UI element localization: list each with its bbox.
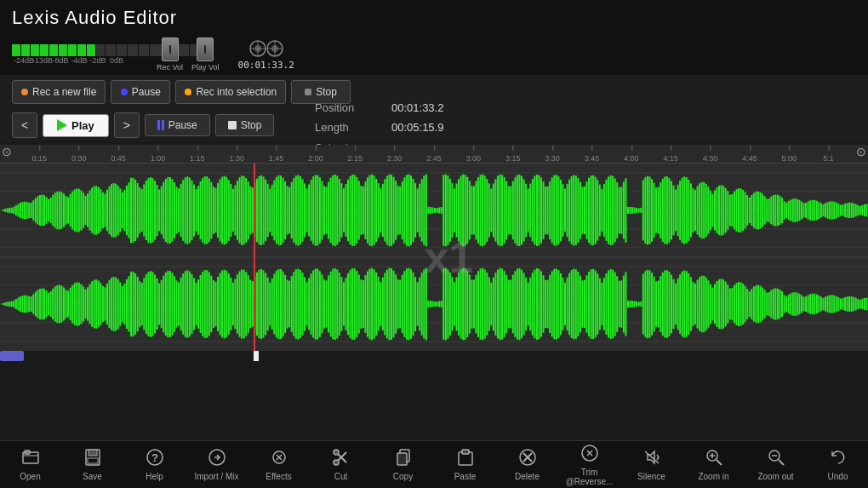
pin-left-icon: ⊙ [2,145,12,158]
paste-label: Paste [454,472,477,481]
ruler-tick-5: 1:30 [229,154,244,163]
vu-label-neg4: -4dB [70,56,89,65]
stop-transport-button[interactable]: Stop [215,114,275,136]
cut-label: Cut [334,472,348,481]
pause-rec-button[interactable]: Pause [111,80,170,104]
help-button[interactable]: ?Help [124,443,185,487]
playhead [254,164,255,351]
effects-button[interactable]: Effects [248,443,309,487]
play-vol-label: Play Vol [191,63,220,72]
reel-icon [249,39,283,58]
vu-label-0: 0dB [107,56,126,65]
timer-value: 00:01:33.2 [238,60,294,71]
zoom-out-icon [767,448,785,469]
ruler-tick-0: 0:15 [32,154,48,163]
trim-label: Trim @Reverse... [559,468,620,486]
play-vol-wrap[interactable]: Play Vol [191,37,220,72]
stop-transport-label: Stop [241,119,262,131]
rec-into-selection-label: Rec into selection [196,86,277,98]
cut-icon [332,448,351,469]
ruler-tick-20: 5:1 [823,154,834,163]
trim-icon [580,444,599,465]
pin-right-icon: ⊙ [856,145,866,158]
vu-label-neg13: -13dB [32,56,51,65]
play-button[interactable]: Play [43,114,109,137]
paste-icon [456,448,475,469]
save-icon [83,448,102,469]
import-mix-button[interactable]: Import / Mix [186,443,247,487]
timeline-container[interactable]: ⊙ ⊙ 0:150:300:451:001:151:301:452:002:15… [0,145,868,361]
ruler-tick-1: 0:30 [71,154,87,163]
copy-button[interactable]: Copy [373,443,433,487]
import-mix-label: Import / Mix [194,472,238,481]
waveform-area[interactable]: x1 [0,164,868,351]
stop-dot-icon [305,89,311,95]
volume-controls: Rec Vol Play Vol [157,37,220,72]
delete-label: Delete [515,472,540,481]
svg-rect-22 [462,450,469,454]
ruler-tick-10: 2:45 [426,154,442,163]
vu-segment-container [12,44,148,56]
cut-button[interactable]: Cut [311,443,371,487]
save-button[interactable]: Save [62,443,123,487]
prev-button[interactable]: < [12,112,37,138]
copy-label: Copy [393,472,413,481]
zoom-in-button[interactable]: Zoom in [683,443,744,487]
undo-icon [829,448,848,469]
scrollbar-track[interactable] [0,351,868,361]
pause-dot-icon [121,89,128,95]
ruler-tick-19: 5:00 [782,154,797,163]
ruler-tick-6: 1:45 [269,154,284,163]
rec-dot-icon [21,89,28,95]
next-button[interactable]: > [114,112,140,138]
play-icon [57,119,67,131]
rec-new-file-button[interactable]: Rec a new file [12,80,106,104]
paste-button[interactable]: Paste [435,443,495,487]
zoom-out-button[interactable]: Zoom out [745,443,806,487]
zoom-out-label: Zoom out [757,472,793,481]
import-icon [208,448,226,469]
open-button[interactable]: Open [0,443,60,487]
effects-icon [270,448,288,469]
ruler-tick-13: 3:30 [545,154,560,163]
scrollbar-position [254,351,259,361]
silence-button[interactable]: Silence [621,443,682,487]
ruler-tick-16: 4:15 [663,154,678,163]
trim-button[interactable]: Trim @Reverse... [559,443,620,487]
pause-transport-label: Pause [168,119,197,131]
svg-line-27 [717,460,722,465]
position-label: Position [315,98,383,118]
rec-vol-label: Rec Vol [157,63,183,72]
stop-rec-label: Stop [316,86,337,98]
ruler-tick-8: 2:15 [348,154,363,163]
ruler-tick-12: 3:15 [505,154,521,163]
vu-label-neg2: -2dB [89,56,107,65]
ruler-tick-4: 1:15 [190,154,205,163]
length-value: 00:05:15.9 [391,118,443,137]
position-value: 00:01:33.2 [391,98,443,118]
pause-transport-button[interactable]: Pause [145,114,210,136]
svg-point-18 [334,460,339,465]
vu-label-neg24: -24dB [14,56,32,65]
timer-display: 00:01:33.2 [238,39,294,71]
meters-row: -24dB -13dB -8dB -4dB -2dB 0dB Rec Vol P… [0,32,868,75]
open-icon [21,448,40,469]
app-header: Lexis Audio Editor [0,0,868,32]
ruler-tick-17: 4:30 [703,154,718,163]
ruler-tick-15: 4:00 [624,154,639,163]
scrollbar-thumb[interactable] [0,351,24,361]
rec-vol-knob[interactable] [162,37,179,61]
ruler-tick-2: 0:45 [111,154,126,163]
zoom-in-label: Zoom in [698,472,728,481]
length-row: Length 00:05:15.9 [315,118,497,137]
play-label: Play [71,119,94,132]
rec-into-selection-button[interactable]: Rec into selection [175,80,286,104]
undo-button[interactable]: Undo [808,443,868,487]
pause-transport-icon [157,120,164,130]
rec-vol-wrap[interactable]: Rec Vol [157,37,183,72]
delete-icon [518,448,537,469]
play-vol-knob[interactable] [197,37,214,61]
delete-button[interactable]: Delete [497,443,557,487]
silence-label: Silence [637,472,665,481]
silence-icon [642,448,661,469]
